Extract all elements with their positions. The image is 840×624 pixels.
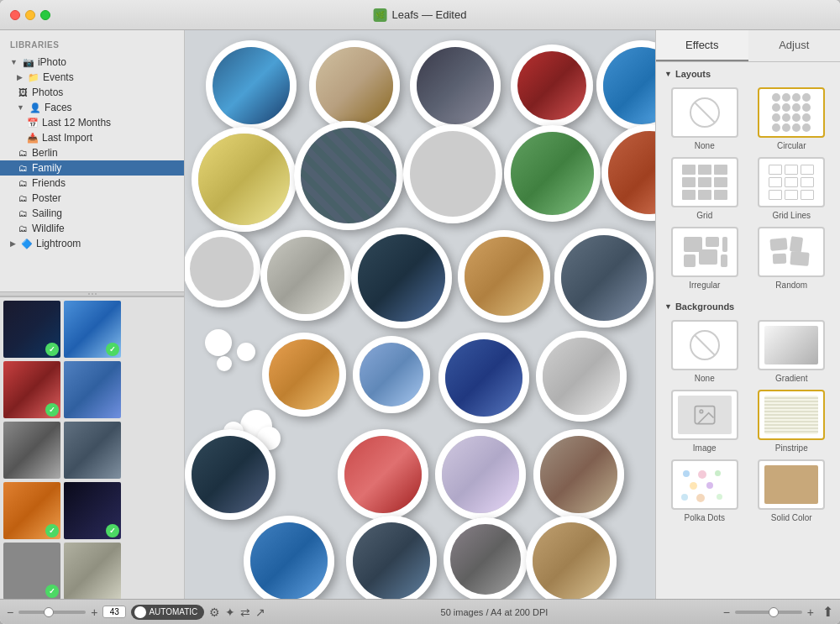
page-plus-icon[interactable]: + — [807, 606, 814, 619]
photo-circle[interactable] — [438, 333, 529, 423]
photo-circle[interactable] — [504, 125, 601, 222]
layout-option-gridlines[interactable]: Grid Lines — [752, 157, 832, 220]
sidebar-item-photos[interactable]: 🖼 Photos — [0, 85, 184, 100]
photo-circle[interactable] — [351, 228, 452, 328]
bg-option-polkadots[interactable]: Polka Dots — [664, 459, 745, 522]
tab-adjust[interactable]: Adjust — [748, 30, 841, 61]
traffic-lights — [10, 10, 50, 20]
photo-circle[interactable] — [353, 336, 430, 413]
sidebar-item-iphoto[interactable]: ▼ 📷 iPhoto — [0, 55, 184, 70]
photo-circle-inner — [198, 134, 290, 225]
thumb-item[interactable] — [64, 422, 121, 479]
thumb-item[interactable]: ✓ — [3, 543, 60, 599]
sidebar-item-faces[interactable]: ▼ 👤 Faces — [0, 100, 184, 115]
layouts-disclosure[interactable]: ▼ — [664, 70, 672, 78]
photo-circle[interactable] — [294, 121, 403, 230]
sidebar-item-berlin[interactable]: 🗂 Berlin — [0, 145, 184, 160]
lastimport-label: Last Import — [42, 132, 92, 144]
photo-circle[interactable] — [244, 516, 334, 599]
canvas-area[interactable] — [185, 30, 655, 599]
thumb-item[interactable]: ✓ — [64, 482, 121, 539]
bg-label-image: Image — [693, 443, 717, 453]
photo-circle[interactable] — [338, 429, 428, 520]
zoom-value: 43 — [102, 606, 126, 618]
page-minus-icon[interactable]: − — [723, 606, 730, 619]
share-icon[interactable]: ⬆ — [822, 604, 833, 620]
tab-effects[interactable]: Effects — [656, 30, 748, 61]
photo-circle[interactable] — [511, 45, 593, 127]
sidebar-item-friends[interactable]: 🗂 Friends — [0, 176, 184, 191]
photo-circle[interactable] — [601, 124, 655, 221]
photo-circle-inner — [190, 237, 254, 301]
automatic-toggle[interactable]: AUTOMATIC — [131, 605, 204, 620]
sidebar-item-sailing[interactable]: 🗂 Sailing — [0, 206, 184, 221]
lightroom-icon: 🔷 — [21, 238, 33, 249]
bg-option-image[interactable]: Image — [664, 390, 745, 453]
sidebar-item-family[interactable]: 🗂 Family — [0, 160, 184, 176]
layout-option-circular[interactable]: Circular — [752, 87, 832, 150]
bg-option-none[interactable]: None — [664, 320, 745, 383]
svg-line-3 — [695, 335, 715, 355]
photo-circle[interactable] — [262, 333, 346, 417]
layout-option-irregular[interactable]: Irregular — [664, 227, 745, 290]
photo-circle[interactable] — [533, 429, 624, 520]
photo-circle[interactable] — [346, 516, 437, 599]
layout-option-random[interactable]: Random — [752, 227, 832, 290]
sidebar-item-last12months[interactable]: 📅 Last 12 Months — [0, 115, 184, 130]
photo-circle[interactable] — [596, 40, 655, 131]
zoom-plus-icon[interactable]: + — [91, 606, 97, 619]
zoom-slider[interactable] — [18, 611, 86, 614]
close-button[interactable] — [10, 10, 20, 20]
photo-circle[interactable] — [554, 228, 654, 328]
zoom-minus-icon[interactable]: − — [7, 606, 13, 619]
export-icon[interactable]: ↗ — [255, 606, 265, 619]
thumb-item[interactable] — [64, 543, 121, 599]
thumb-item[interactable] — [3, 422, 60, 479]
bg-option-gradient[interactable]: Gradient — [752, 320, 832, 383]
zoom-slider-thumb[interactable] — [44, 607, 54, 617]
photo-circle[interactable] — [260, 230, 351, 321]
sidebar-item-lightroom[interactable]: ▶ 🔷 Lightroom — [0, 236, 184, 251]
layout-option-none[interactable]: None — [664, 87, 745, 150]
photo-circle[interactable] — [403, 124, 502, 223]
photo-circle[interactable] — [410, 40, 501, 131]
bg-option-pinstripe[interactable]: Pinstripe — [752, 390, 832, 453]
thumb-item[interactable]: ✓ — [3, 361, 60, 418]
sidebar-item-wildlife[interactable]: 🗂 Wildlife — [0, 221, 184, 236]
backgrounds-disclosure[interactable]: ▼ — [664, 302, 672, 311]
thumb-item[interactable]: ✓ — [3, 482, 60, 539]
last12-label: Last 12 Months — [42, 117, 111, 128]
photo-circle[interactable] — [458, 230, 550, 322]
shuffle-icon[interactable]: ⇄ — [240, 606, 250, 619]
sidebar-item-events[interactable]: ▶ 📁 Events — [0, 70, 184, 85]
backgrounds-grid: None Gradient — [664, 320, 832, 522]
photo-circle[interactable] — [526, 516, 617, 599]
layout-option-grid[interactable]: Grid — [664, 157, 745, 220]
friends-label: Friends — [32, 177, 66, 189]
maximize-button[interactable] — [40, 10, 50, 20]
sidebar-item-poster[interactable]: 🗂 Poster — [0, 191, 184, 206]
magic-wand-icon[interactable]: ✦ — [225, 606, 235, 619]
photo-circle[interactable] — [185, 429, 276, 520]
photo-circle[interactable] — [192, 127, 297, 232]
thumb-item[interactable] — [64, 361, 121, 418]
settings-icon[interactable]: ⚙ — [209, 606, 220, 619]
main-content: LIBRARIES ▼ 📷 iPhoto ▶ 📁 Events 🖼 Photos — [0, 30, 840, 599]
thumb-item[interactable]: ✓ — [64, 301, 121, 358]
photo-circle[interactable] — [444, 517, 528, 599]
photo-circle[interactable] — [536, 331, 627, 422]
page-slider-thumb[interactable] — [769, 607, 779, 617]
iphoto-icon: 📷 — [23, 56, 34, 68]
bg-option-solidcolor[interactable]: Solid Color — [752, 459, 832, 522]
photo-circle[interactable] — [435, 429, 526, 520]
sidebar-item-lastimport[interactable]: 📥 Last Import — [0, 130, 184, 145]
thumb-item[interactable]: ✓ — [3, 301, 60, 358]
app-window: 🌿 Leafs — Edited LIBRARIES ▼ 📷 iPhoto ▶ … — [0, 0, 840, 624]
libraries-label: LIBRARIES — [0, 37, 184, 55]
photo-circle[interactable] — [185, 230, 260, 307]
minimize-button[interactable] — [25, 10, 35, 20]
photo-circle-inner — [316, 47, 393, 124]
page-slider[interactable] — [735, 611, 802, 614]
photo-circle[interactable] — [206, 40, 297, 131]
photo-circle[interactable] — [309, 40, 400, 131]
